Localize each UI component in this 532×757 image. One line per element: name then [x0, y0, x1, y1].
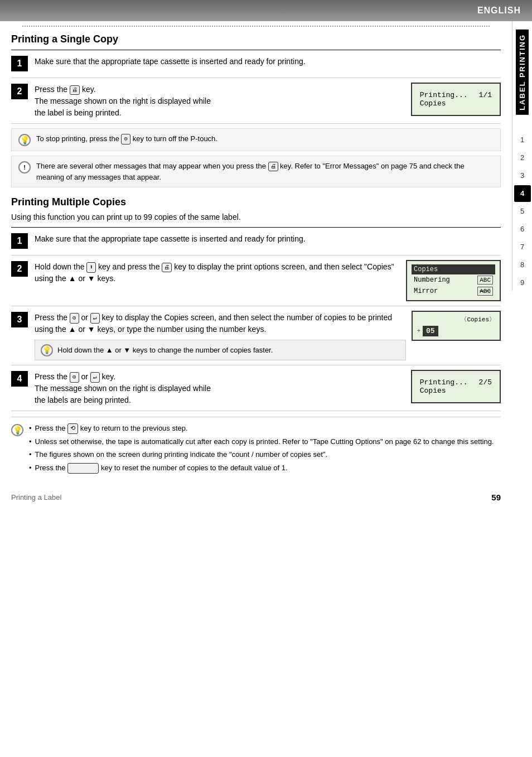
- print-key-icon: 🖨: [70, 85, 80, 95]
- lcd-arrow-icon: ÷: [417, 328, 420, 334]
- section2-subtitle: Using this function you can print up to …: [11, 213, 501, 221]
- lcd-copies-display: 〈Copies〉 ÷ 05: [412, 311, 501, 341]
- ok-key-icon-2: ⊙: [70, 372, 79, 383]
- step-2-2-content: Hold down the ⬆ key and press the 🖨 key …: [35, 260, 400, 285]
- step-1-2-lcd: Printing... 1/1 Copies: [411, 83, 501, 116]
- step-1-2: 2 Press the 🖨 key. The message shown on …: [11, 78, 501, 124]
- lcd-row-1: Printing... 1/1: [420, 91, 492, 99]
- lcd-copies-row-2: Copies: [420, 387, 492, 395]
- step-2-1-text: Make sure that the appropriate tape cass…: [35, 234, 306, 243]
- section1-steps: 1 Make sure that the appropriate tape ca…: [11, 50, 501, 124]
- back-key-icon: ⟲: [67, 423, 78, 434]
- language-label: ENGLISH: [477, 6, 521, 16]
- right-sidebar: LABEL PRINTING 1 2 3 4 5 6 7 8 9: [512, 21, 532, 291]
- main-content: Printing a Single Copy 1 Make sure that …: [0, 26, 512, 487]
- bottom-notes: 💡 • Press the ⟲ key to return to the pre…: [11, 417, 501, 476]
- bottom-notes-icon: 💡: [11, 424, 23, 436]
- lcd-printing-text: Printing...: [420, 91, 468, 99]
- note-text-1: Press the ⟲ key to return to the previou…: [35, 423, 188, 434]
- lcd-copies-value: 05: [423, 326, 438, 336]
- print-key-icon-2: 🖨: [268, 162, 278, 171]
- tip-text-1: To stop printing, press the ⊙ key to tur…: [36, 133, 217, 144]
- lcd-printing-text-2: Printing...: [420, 378, 468, 387]
- dotted-divider: [22, 26, 490, 27]
- lcd-row-2: Copies: [420, 99, 492, 108]
- lcd-count-2: 2/5: [479, 378, 492, 387]
- abc-mirror: ABC: [477, 287, 493, 296]
- chapter-8[interactable]: 8: [514, 257, 531, 273]
- or-text-1: or: [78, 274, 85, 283]
- lcd-copies-label-2: Copies: [420, 387, 446, 395]
- step-1-2-content: Press the 🖨 key. The message shown on th…: [35, 83, 405, 119]
- header-bar: ENGLISH: [0, 0, 532, 21]
- section1-title: Printing a Single Copy: [11, 33, 501, 45]
- enter-key-icon: ↵: [90, 313, 100, 324]
- step-2-1: 1 Make sure that the appropriate tape ca…: [11, 228, 501, 255]
- step-number-2: 2: [11, 84, 28, 99]
- step-2-2: 2 Hold down the ⬆ key and press the 🖨 ke…: [11, 255, 501, 306]
- bullet-3: •: [29, 449, 32, 460]
- step-1-1-text: Make sure that the appropriate tape cass…: [35, 57, 306, 66]
- power-key-icon: ⊙: [121, 134, 130, 144]
- step-2-3-content: Press the ⊙ or ↵ key to display the Copi…: [35, 311, 406, 360]
- note-item-1: • Press the ⟲ key to return to the previ…: [29, 423, 501, 434]
- step-2-3: 3 Press the ⊙ or ↵ key to display the Co…: [11, 306, 501, 365]
- section2-steps: 1 Make sure that the appropriate tape ca…: [11, 227, 501, 411]
- page-number: 59: [491, 493, 501, 502]
- step-2-number-4: 4: [11, 371, 28, 387]
- note-text-3: The figures shown on the screen during p…: [35, 449, 327, 460]
- sidebar-label: LABEL PRINTING: [516, 30, 529, 115]
- chapter-9[interactable]: 9: [514, 274, 531, 291]
- abc-normal: ABC: [477, 276, 493, 285]
- note-text-4: Press the key to reset the number of cop…: [35, 462, 288, 474]
- chapter-numbers: 1 2 3 4 5 6 7 8 9: [514, 132, 531, 291]
- step-2-4: 4 Press the ⊙ or ↵ key. The message show…: [11, 365, 501, 411]
- warning-icon: !: [18, 161, 31, 173]
- bottom-notes-content: • Press the ⟲ key to return to the previ…: [29, 423, 501, 476]
- chapter-4[interactable]: 4: [514, 185, 531, 202]
- step-1-1: 1 Make sure that the appropriate tape ca…: [11, 50, 501, 78]
- or-text-2: or: [81, 313, 88, 322]
- lcd-menu-mirror: Mirror ABC: [412, 286, 495, 297]
- warning-text: There are several other messages that ma…: [36, 161, 494, 182]
- note-item-4: • Press the key to reset the number of c…: [29, 462, 501, 474]
- ok-key-icon: ⊙: [70, 313, 79, 324]
- lcd-copies-label: Copies: [420, 99, 446, 108]
- step-2-1-content: Make sure that the appropriate tape cass…: [35, 232, 501, 245]
- reset-key-icon: [67, 463, 99, 474]
- shift-key-icon: ⬆: [86, 262, 96, 273]
- or-text-4: or: [81, 372, 88, 381]
- section2-title: Printing Multiple Copies: [11, 196, 501, 208]
- tip-box-1: 💡 To stop printing, press the ⊙ key to t…: [11, 128, 501, 151]
- chapter-7[interactable]: 7: [514, 239, 531, 255]
- chapter-2[interactable]: 2: [514, 150, 531, 166]
- chapter-3[interactable]: 3: [514, 167, 531, 184]
- bullet-1: •: [29, 423, 32, 434]
- lcd-count-1: 1/1: [479, 91, 492, 99]
- or-text-3: or: [78, 325, 85, 334]
- lcd-menu: Copies Numbering ABC Mirror ABC: [406, 260, 501, 301]
- lcd-copies-value-row: ÷ 05: [417, 326, 495, 336]
- step-2-number-3: 3: [11, 312, 28, 327]
- chapter-6[interactable]: 6: [514, 221, 531, 238]
- print-key-icon-3: 🖨: [162, 263, 172, 272]
- lcd-menu-numbering: Numbering ABC: [412, 274, 495, 286]
- inner-tip-icon: 💡: [41, 344, 53, 356]
- lcd-display-2: Printing... 2/5 Copies: [411, 370, 501, 403]
- step-2-4-lcd: Printing... 2/5 Copies: [411, 370, 501, 403]
- note-item-3: • The figures shown on the screen during…: [29, 449, 501, 460]
- note-text-2: Unless set otherwise, the tape is automa…: [35, 436, 494, 447]
- step-2-2-lcd: Copies Numbering ABC Mirror ABC: [406, 260, 501, 301]
- step-2-4-content: Press the ⊙ or ↵ key. The message shown …: [35, 370, 405, 406]
- tip-icon-1: 💡: [18, 134, 31, 146]
- warning-box-1: ! There are several other messages that …: [11, 156, 501, 187]
- chapter-1[interactable]: 1: [514, 132, 531, 148]
- footer: Printing a Label 59: [0, 487, 512, 508]
- note-item-2: • Unless set otherwise, the tape is auto…: [29, 436, 501, 447]
- chapter-5[interactable]: 5: [514, 203, 531, 220]
- inner-tip-box: 💡 Hold down the ▲ or ▼ keys to change th…: [35, 340, 406, 360]
- lcd-printing-row: Printing... 2/5: [420, 378, 492, 387]
- lcd-menu-copies: Copies: [412, 264, 495, 274]
- inner-tip-text: Hold down the ▲ or ▼ keys to change the …: [57, 345, 273, 356]
- step-2-number-1: 1: [11, 233, 28, 249]
